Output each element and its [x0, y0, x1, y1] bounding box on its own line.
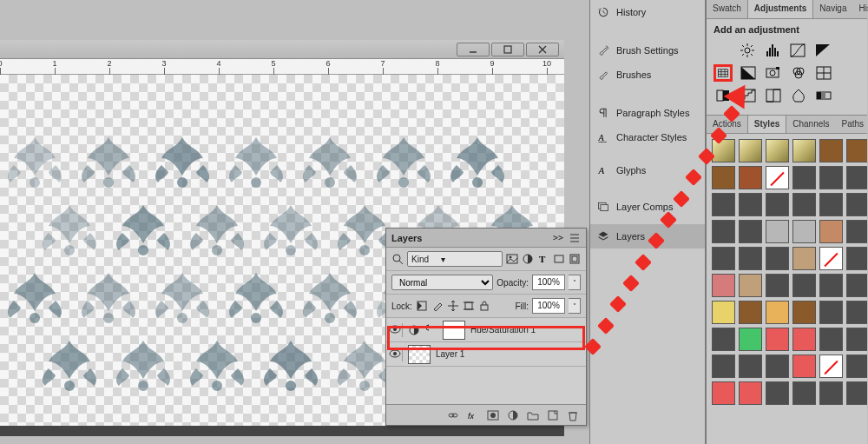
style-swatch[interactable] — [739, 247, 762, 270]
panel-tab-glyphs[interactable]: AGlyphs — [590, 158, 705, 182]
panel-collapse-icon[interactable]: >> — [553, 233, 563, 242]
panel-tab-character-styles[interactable]: ACharacter Styles — [590, 125, 705, 149]
panel-tab-brushes[interactable]: Brushes — [590, 63, 705, 87]
filter-image-icon[interactable] — [506, 253, 518, 265]
style-swatch[interactable] — [766, 193, 789, 216]
style-swatch[interactable] — [819, 193, 843, 216]
lock-all-icon[interactable] — [478, 300, 490, 312]
style-swatch[interactable] — [712, 274, 735, 297]
tab-naviga[interactable]: Naviga — [813, 0, 852, 18]
style-swatch[interactable] — [712, 220, 735, 243]
layer-row-image[interactable]: Layer 1 — [386, 342, 586, 367]
fill-caret-icon[interactable]: ˅ — [569, 298, 581, 314]
photo-filter-adjustment-icon[interactable] — [764, 64, 783, 82]
style-swatch[interactable] — [792, 166, 816, 189]
posterize-adjustment-icon[interactable] — [739, 87, 758, 104]
filter-smart-icon[interactable] — [569, 253, 581, 265]
style-swatch[interactable] — [739, 381, 762, 405]
lock-artboard-icon[interactable] — [463, 300, 475, 312]
window-maximize-button[interactable] — [491, 43, 524, 56]
panel-tab-history[interactable]: History — [590, 0, 705, 24]
style-swatch[interactable] — [766, 381, 789, 405]
filter-shape-icon[interactable] — [553, 253, 565, 265]
style-swatch[interactable] — [766, 166, 789, 189]
style-swatch[interactable] — [846, 166, 867, 189]
tab-adjustments[interactable]: Adjustments — [747, 0, 814, 18]
style-swatch[interactable] — [846, 220, 867, 243]
style-swatch[interactable] — [846, 193, 867, 216]
filter-type-icon[interactable]: T — [537, 253, 549, 265]
curves-adjustment-icon[interactable] — [788, 42, 807, 59]
style-swatch[interactable] — [739, 355, 762, 378]
style-swatch[interactable] — [766, 274, 789, 297]
style-swatch[interactable] — [712, 193, 735, 216]
layers-panel-header[interactable]: Layers >> — [386, 229, 586, 248]
filter-adjust-icon[interactable] — [522, 253, 534, 265]
tab-hist[interactable]: Hist — [853, 0, 869, 18]
panel-tab-layer-comps[interactable]: Layer Comps — [590, 195, 705, 219]
lock-brush-icon[interactable] — [431, 300, 444, 312]
hue-saturation-adjustment-icon[interactable] — [713, 64, 733, 82]
style-swatch[interactable] — [766, 328, 789, 351]
style-swatch[interactable] — [846, 381, 867, 405]
style-swatch[interactable] — [739, 193, 762, 216]
layer-thumbnail[interactable] — [408, 345, 431, 364]
window-close-button[interactable] — [526, 43, 559, 56]
delete-layer-icon[interactable] — [567, 409, 579, 421]
style-swatch[interactable] — [792, 355, 816, 378]
style-swatch[interactable] — [819, 328, 843, 351]
filter-kind-select[interactable]: Kind ▾ — [407, 251, 503, 267]
style-swatch[interactable] — [819, 355, 843, 378]
style-swatch[interactable] — [846, 328, 867, 351]
new-adjustment-icon[interactable] — [507, 409, 519, 421]
style-swatch[interactable] — [846, 247, 867, 270]
tab-actions[interactable]: Actions — [707, 116, 747, 133]
style-swatch[interactable] — [846, 139, 867, 162]
style-swatch[interactable] — [846, 301, 867, 324]
styles-grid-area[interactable] — [707, 134, 867, 433]
style-swatch[interactable] — [819, 220, 843, 243]
new-group-icon[interactable] — [527, 409, 539, 421]
tab-styles[interactable]: Styles — [747, 116, 786, 133]
style-swatch[interactable] — [819, 274, 843, 297]
style-swatch[interactable] — [739, 328, 762, 351]
style-swatch[interactable] — [712, 355, 735, 378]
style-swatch[interactable] — [712, 381, 735, 405]
style-swatch[interactable] — [819, 166, 843, 189]
style-swatch[interactable] — [739, 301, 762, 324]
style-swatch[interactable] — [712, 139, 735, 162]
style-swatch[interactable] — [792, 328, 816, 351]
style-swatch[interactable] — [739, 274, 762, 297]
style-swatch[interactable] — [792, 247, 816, 270]
visibility-toggle-icon[interactable] — [389, 323, 403, 337]
style-swatch[interactable] — [766, 247, 789, 270]
style-swatch[interactable] — [819, 381, 843, 405]
style-swatch[interactable] — [792, 301, 816, 324]
style-swatch[interactable] — [792, 274, 816, 297]
panel-tab-layers[interactable]: Layers — [590, 224, 705, 249]
layers-panel[interactable]: Layers >> Kind ▾ T Normal Opacity: 100% … — [385, 228, 587, 426]
channel-mixer-adjustment-icon[interactable] — [789, 64, 808, 82]
link-layers-icon[interactable] — [447, 409, 459, 421]
tab-swatch[interactable]: Swatch — [707, 0, 747, 18]
black-white-adjustment-icon[interactable] — [739, 64, 758, 82]
style-swatch[interactable] — [739, 166, 762, 189]
style-swatch[interactable] — [819, 301, 843, 324]
style-swatch[interactable] — [819, 139, 843, 162]
threshold-adjustment-icon[interactable] — [764, 87, 783, 104]
style-swatch[interactable] — [846, 274, 867, 297]
style-swatch[interactable] — [766, 301, 789, 324]
fill-value[interactable]: 100% — [532, 298, 565, 314]
style-swatch[interactable] — [792, 193, 816, 216]
collapsed-panels-column[interactable]: HistoryBrush SettingsBrushesParagraph St… — [589, 0, 706, 444]
style-swatch[interactable] — [712, 328, 735, 351]
visibility-toggle-icon[interactable] — [389, 348, 403, 361]
style-swatch[interactable] — [846, 355, 867, 378]
style-swatch[interactable] — [739, 220, 762, 243]
style-swatch[interactable] — [712, 166, 735, 189]
panel-menu-icon[interactable] — [569, 232, 581, 244]
window-minimize-button[interactable] — [457, 43, 490, 56]
panel-tab-brush-settings[interactable]: Brush Settings — [590, 38, 705, 63]
exposure-adjustment-icon[interactable] — [813, 42, 832, 59]
layer-row-adjustment[interactable]: Hue/Saturation 1 — [386, 318, 586, 342]
